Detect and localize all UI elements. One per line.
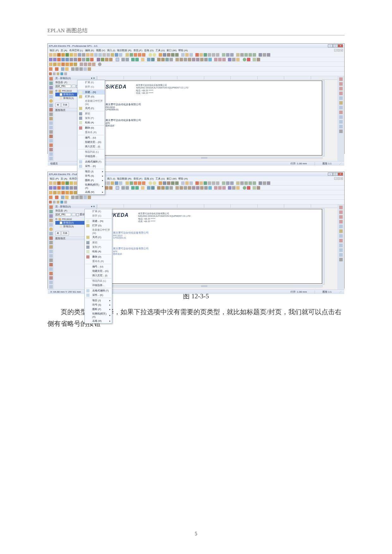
tb-icon[interactable] (236, 53, 240, 57)
tb-icon[interactable] (49, 72, 52, 75)
tb-icon[interactable] (189, 181, 193, 185)
ctx-item-i11[interactable]: 编号... (U) (77, 136, 105, 140)
rail-icon[interactable] (339, 234, 343, 238)
tb-icon[interactable] (61, 191, 65, 194)
tb-icon[interactable] (116, 186, 119, 190)
menu-help[interactable]: 帮助 (H) (178, 177, 187, 180)
tb-icon[interactable] (159, 181, 162, 185)
rail-icon[interactable] (49, 126, 53, 129)
rail-icon[interactable] (339, 258, 343, 261)
tb-icon[interactable] (232, 186, 236, 190)
tb-icon[interactable] (226, 53, 230, 57)
ctx-item-i20[interactable]: 图框 (P)▸ (85, 307, 112, 312)
tb-icon[interactable] (82, 58, 85, 61)
rail-icon[interactable] (49, 281, 53, 284)
ctx-item-i18[interactable]: 项目 (J)▸ (77, 169, 105, 174)
tb-icon[interactable] (107, 53, 110, 57)
rail-icon[interactable] (49, 228, 53, 231)
tb-icon[interactable] (257, 186, 260, 190)
drawing-canvas[interactable]: iKEDA 南京赛可达自动化设备有限公司 NANJING SIKEDA AUTO… (97, 204, 337, 289)
tb-icon[interactable] (175, 58, 179, 61)
minimize-button[interactable]: – (328, 173, 333, 176)
rail-icon[interactable] (49, 152, 53, 156)
tb-icon[interactable] (107, 181, 110, 185)
rail-icon[interactable] (339, 130, 343, 133)
tb-icon[interactable] (230, 53, 234, 57)
rail-icon[interactable] (339, 96, 343, 100)
menu-tools[interactable]: 工具 (U) (156, 177, 165, 180)
tb-icon[interactable] (102, 53, 106, 57)
status-grip[interactable]: ⋰ (339, 290, 342, 293)
tb-icon[interactable] (60, 72, 63, 75)
tb-icon[interactable] (240, 53, 244, 57)
tb-icon[interactable] (109, 58, 113, 61)
rail-icon[interactable] (49, 117, 53, 120)
ctx-item-i17[interactable]: 屋性... (E) (77, 164, 105, 168)
tb-icon[interactable] (228, 186, 231, 190)
panel-pin-icon[interactable]: ▾ ✕ (91, 205, 95, 208)
rail-icon[interactable] (49, 139, 53, 143)
tb-icon[interactable] (263, 181, 266, 185)
ctx-item-i13[interactable]: 插入页宏... (I) (77, 144, 105, 149)
tb-icon[interactable] (259, 181, 262, 185)
tb-icon[interactable] (53, 72, 56, 75)
menu-projdata[interactable]: 项目数据 (R) (117, 49, 131, 52)
tb-icon[interactable] (244, 181, 248, 185)
menu-page[interactable]: 页 (A) (61, 177, 67, 180)
tb-icon[interactable] (247, 186, 250, 190)
tree-node-page[interactable]: 新项目(2) (63, 93, 74, 96)
tab-tree[interactable]: 树 (55, 231, 61, 235)
tb-icon[interactable] (248, 53, 252, 57)
tb-icon[interactable] (188, 58, 191, 61)
rail-icon[interactable] (49, 254, 53, 258)
tb-icon[interactable] (130, 53, 133, 57)
tb-icon[interactable] (64, 201, 67, 204)
tb-icon[interactable] (216, 181, 219, 185)
tb-icon[interactable] (218, 186, 222, 190)
filter-combo[interactable] (55, 85, 71, 88)
tb-icon[interactable] (192, 58, 195, 61)
tb-icon[interactable] (74, 186, 77, 190)
tb-icon[interactable] (141, 58, 144, 61)
rail-icon[interactable] (49, 205, 53, 209)
tb-icon[interactable] (253, 58, 256, 61)
rail-icon[interactable] (49, 143, 53, 147)
rail-icon[interactable] (339, 229, 343, 233)
tb-icon[interactable] (57, 58, 61, 61)
tb-icon[interactable] (161, 186, 165, 190)
tab-tree[interactable]: 树 (55, 103, 61, 107)
rail-icon[interactable] (49, 86, 53, 89)
tb-icon[interactable] (248, 181, 252, 185)
tb-icon[interactable] (57, 63, 61, 66)
tb-icon[interactable] (149, 53, 152, 57)
menu-insert[interactable]: 插入 (I) (107, 177, 115, 180)
tb-icon[interactable] (49, 201, 52, 204)
tb-icon[interactable] (243, 186, 246, 190)
tb-icon[interactable] (70, 53, 73, 57)
ctx-item-i22[interactable]: 表格 (M)▸ (85, 319, 112, 323)
menu-project[interactable]: 项目 (P) (50, 177, 59, 180)
tb-icon[interactable] (57, 53, 61, 57)
tb-icon[interactable] (204, 58, 208, 61)
rail-icon[interactable] (339, 92, 343, 95)
rail-icon[interactable] (339, 101, 343, 105)
tb-icon[interactable] (64, 72, 67, 75)
tb-icon[interactable] (126, 58, 129, 61)
tb-icon[interactable] (61, 53, 65, 57)
rail-icon[interactable] (49, 245, 53, 249)
tb-icon[interactable] (204, 181, 207, 185)
rail-icon[interactable] (339, 244, 343, 247)
menu-layout[interactable]: 布局空间 (L) (69, 49, 83, 52)
tb-icon[interactable] (259, 53, 262, 57)
menu-projdata[interactable]: 项目数据 (R) (117, 177, 131, 180)
tb-icon[interactable] (70, 191, 73, 194)
tb-icon[interactable] (169, 186, 173, 190)
tb-icon[interactable] (236, 58, 240, 61)
drawing-canvas[interactable]: SiKEDA 南京赛可达自动化设备有限公司 NANJING SIKEDA AUT… (97, 76, 337, 161)
mdi-close[interactable]: × (340, 177, 343, 180)
ctx-item-i12[interactable]: 创建页宏... (G) (85, 269, 112, 273)
tb-icon[interactable] (199, 53, 203, 57)
rail-icon[interactable] (49, 95, 53, 98)
tb-icon[interactable] (61, 196, 64, 199)
rail-icon[interactable] (49, 113, 53, 116)
